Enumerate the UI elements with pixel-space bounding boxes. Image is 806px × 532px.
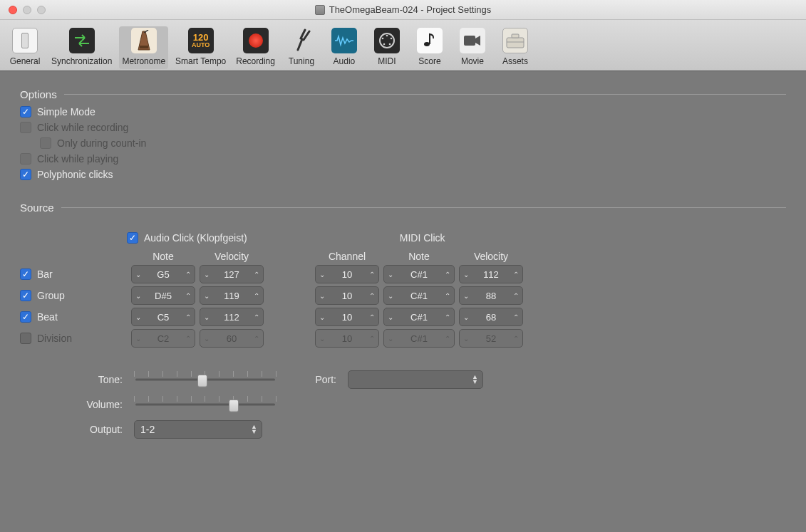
checkbox-icon[interactable]: ✓ bbox=[20, 268, 31, 280]
note-stepper[interactable]: ⌄C5⌃ bbox=[131, 308, 195, 326]
audio-click-label: Audio Click (Klopfgeist) bbox=[144, 232, 247, 244]
chevron-down-icon[interactable]: ⌄ bbox=[460, 271, 472, 278]
option-polyphonic[interactable]: ✓ Polyphonic clicks bbox=[20, 169, 786, 180]
checkbox-icon[interactable]: ✓ bbox=[20, 169, 31, 180]
svg-point-5 bbox=[391, 38, 393, 40]
chevron-down-icon: ⌄ bbox=[384, 335, 397, 343]
stepper-value: 68 bbox=[472, 312, 510, 323]
midi-click-label: MIDI Click bbox=[400, 232, 445, 244]
stepper-value: D#5 bbox=[145, 291, 182, 301]
chevron-up-icon[interactable]: ⌃ bbox=[182, 313, 195, 321]
checkbox-icon bbox=[20, 122, 31, 133]
port-dropdown[interactable]: ▲▼ bbox=[348, 370, 483, 389]
midi-note-stepper: ⌄C#1⌃ bbox=[383, 329, 455, 348]
midi-note-stepper[interactable]: ⌄C#1⌃ bbox=[383, 286, 455, 305]
chevron-down-icon[interactable]: ⌄ bbox=[132, 271, 145, 278]
stepper-value: 60 bbox=[213, 333, 250, 344]
chevron-down-icon[interactable]: ⌄ bbox=[384, 313, 397, 321]
stepper-value: C#1 bbox=[397, 269, 441, 280]
chevron-down-icon[interactable]: ⌄ bbox=[316, 313, 329, 321]
chevron-up-icon[interactable]: ⌃ bbox=[510, 313, 522, 321]
record-icon bbox=[243, 28, 269, 53]
chevron-down-icon[interactable]: ⌄ bbox=[460, 313, 472, 321]
col-midi-velocity: Velocity bbox=[459, 251, 523, 262]
chevron-down-icon[interactable]: ⌄ bbox=[316, 292, 329, 300]
col-channel: Channel bbox=[315, 251, 379, 262]
slider-thumb[interactable] bbox=[197, 375, 207, 387]
chevron-up-icon[interactable]: ⌃ bbox=[441, 313, 454, 321]
chevron-down-icon[interactable]: ⌄ bbox=[316, 271, 329, 278]
chevron-down-icon[interactable]: ⌄ bbox=[200, 292, 213, 300]
checkbox-icon bbox=[20, 333, 31, 344]
output-label: Output: bbox=[20, 424, 127, 435]
chevron-up-icon[interactable]: ⌃ bbox=[250, 292, 263, 300]
chevron-up-icon[interactable]: ⌃ bbox=[441, 292, 454, 300]
stepper-value: 10 bbox=[329, 333, 366, 344]
chevron-up-icon[interactable]: ⌃ bbox=[510, 271, 522, 278]
chevron-up-icon: ⌃ bbox=[182, 335, 195, 343]
midi-velocity-stepper[interactable]: ⌄112⌃ bbox=[459, 265, 523, 283]
row-label-cell: ✓Bar bbox=[20, 268, 127, 280]
chevron-up-icon[interactable]: ⌃ bbox=[182, 292, 195, 300]
output-dropdown[interactable]: 1-2 ▲▼ bbox=[134, 420, 262, 439]
chevron-up-icon[interactable]: ⌃ bbox=[250, 313, 263, 321]
option-simple-mode[interactable]: ✓ Simple Mode bbox=[20, 106, 786, 118]
chevron-down-icon[interactable]: ⌄ bbox=[384, 271, 397, 278]
checkbox-icon[interactable]: ✓ bbox=[20, 106, 31, 118]
col-note: Note bbox=[131, 251, 195, 262]
midi-note-stepper[interactable]: ⌄C#1⌃ bbox=[383, 308, 455, 326]
chevron-up-icon[interactable]: ⌃ bbox=[441, 271, 454, 278]
chevron-down-icon[interactable]: ⌄ bbox=[460, 292, 472, 300]
divider bbox=[64, 94, 786, 95]
checkbox-audio-click[interactable]: ✓ bbox=[127, 232, 138, 244]
tab-midi[interactable]: MIDI bbox=[368, 26, 406, 69]
midi-velocity-stepper[interactable]: ⌄88⌃ bbox=[459, 286, 523, 305]
tab-metronome[interactable]: Metronome bbox=[119, 26, 168, 69]
checkbox-icon[interactable]: ✓ bbox=[20, 290, 31, 301]
tab-audio[interactable]: Audio bbox=[325, 26, 363, 69]
midi-velocity-stepper[interactable]: ⌄68⌃ bbox=[459, 308, 523, 326]
output-value: 1-2 bbox=[140, 424, 155, 435]
section-source: Source bbox=[20, 202, 786, 214]
chevron-down-icon[interactable]: ⌄ bbox=[200, 271, 213, 278]
tone-slider[interactable] bbox=[134, 371, 277, 388]
chevron-down-icon[interactable]: ⌄ bbox=[200, 313, 213, 321]
midi-note-stepper[interactable]: ⌄C#1⌃ bbox=[383, 265, 455, 283]
tab-movie[interactable]: Movie bbox=[453, 26, 492, 69]
velocity-stepper[interactable]: ⌄127⌃ bbox=[200, 265, 264, 283]
tab-recording[interactable]: Recording bbox=[233, 26, 278, 69]
tab-assets[interactable]: Assets bbox=[496, 26, 534, 69]
channel-stepper[interactable]: ⌄10⌃ bbox=[315, 265, 379, 283]
chevron-up-icon[interactable]: ⌃ bbox=[366, 271, 378, 278]
stepper-value: 112 bbox=[472, 269, 510, 280]
section-title: Source bbox=[20, 202, 54, 214]
channel-stepper[interactable]: ⌄10⌃ bbox=[315, 286, 379, 305]
tab-smart-tempo[interactable]: 120 AUTO Smart Tempo bbox=[172, 26, 229, 69]
chevron-up-icon[interactable]: ⌃ bbox=[510, 292, 522, 300]
tab-tuning[interactable]: Tuning bbox=[282, 26, 321, 69]
velocity-stepper[interactable]: ⌄112⌃ bbox=[200, 308, 264, 326]
slider-thumb[interactable] bbox=[229, 400, 239, 412]
general-icon bbox=[12, 28, 38, 53]
tempo-bot: AUTO bbox=[192, 42, 210, 48]
tab-synchronization[interactable]: Synchronization bbox=[48, 26, 115, 69]
stepper-value: C#1 bbox=[397, 333, 441, 344]
tab-general[interactable]: General bbox=[6, 26, 44, 69]
chevron-up-icon[interactable]: ⌃ bbox=[250, 271, 263, 278]
tab-score[interactable]: Score bbox=[410, 26, 449, 69]
note-stepper[interactable]: ⌄D#5⌃ bbox=[131, 286, 195, 305]
checkbox-icon[interactable]: ✓ bbox=[20, 311, 31, 323]
chevron-down-icon[interactable]: ⌄ bbox=[132, 292, 145, 300]
chevron-up-icon[interactable]: ⌃ bbox=[366, 292, 378, 300]
settings-content: Options ✓ Simple Mode Click while record… bbox=[0, 71, 806, 456]
chevron-down-icon[interactable]: ⌄ bbox=[132, 313, 145, 321]
note-stepper[interactable]: ⌄G5⌃ bbox=[131, 265, 195, 283]
chevron-up-icon[interactable]: ⌃ bbox=[366, 313, 378, 321]
velocity-stepper[interactable]: ⌄119⌃ bbox=[200, 286, 264, 305]
assets-icon bbox=[502, 28, 528, 53]
chevron-up-icon[interactable]: ⌃ bbox=[182, 271, 195, 278]
tab-label: Movie bbox=[461, 56, 484, 66]
chevron-down-icon[interactable]: ⌄ bbox=[384, 292, 397, 300]
channel-stepper[interactable]: ⌄10⌃ bbox=[315, 308, 379, 326]
volume-slider[interactable] bbox=[134, 396, 277, 413]
